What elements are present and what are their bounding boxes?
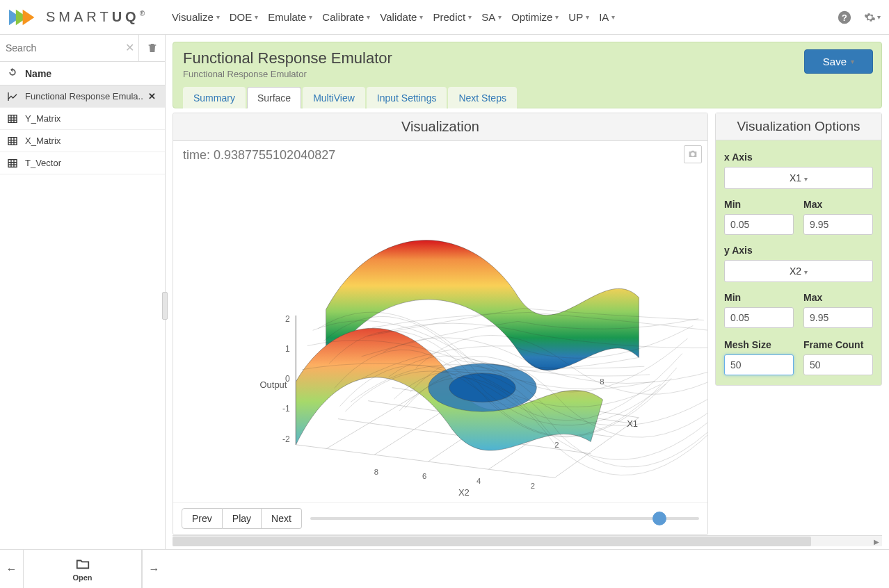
prev-button[interactable]: Prev	[182, 508, 223, 529]
horizontal-scrollbar[interactable]: ▶	[173, 535, 882, 546]
tab-bar: SummarySurfaceMultiViewInput SettingsNex…	[183, 86, 872, 108]
menu-up[interactable]: UP▾	[564, 7, 593, 27]
svg-rect-10	[8, 137, 17, 145]
save-button[interactable]: Save▾	[804, 49, 873, 74]
svg-marker-2	[23, 9, 35, 24]
page-header: Functional Response Emulator Functional …	[173, 42, 882, 108]
svg-text:1: 1	[285, 344, 290, 354]
svg-text:2: 2	[531, 482, 535, 490]
options-title: Visualization Options	[716, 113, 881, 140]
chevron-down-icon: ▾	[498, 13, 502, 21]
delete-button[interactable]	[138, 35, 165, 61]
svg-text:-1: -1	[282, 404, 290, 414]
x-max-label: Max	[803, 199, 873, 210]
app-logo: SMARTUQ®	[8, 8, 148, 27]
footer: ← Open →	[0, 549, 889, 588]
menu-optimize[interactable]: Optimize▾	[507, 7, 563, 27]
x1-axis-label: X1	[627, 418, 638, 429]
chevron-down-icon: ▾	[309, 13, 312, 21]
nav-back-button[interactable]: ←	[0, 550, 24, 588]
sidebar-tree: Functional Response Emula..✕Y_MatrixX_Ma…	[0, 85, 165, 174]
yaxis-select[interactable]: X2 ▾	[724, 260, 873, 282]
tab-input-settings[interactable]: Input Settings	[367, 87, 447, 108]
xaxis-select[interactable]: X1 ▾	[724, 167, 873, 189]
help-icon[interactable]: ?	[836, 9, 853, 26]
x-max-input[interactable]	[803, 214, 873, 235]
time-slider[interactable]	[310, 512, 699, 525]
column-name-header[interactable]: Name	[25, 68, 165, 79]
chevron-down-icon: ▾	[611, 13, 615, 21]
settings-icon[interactable]: ▾	[864, 9, 881, 26]
menu-calibrate[interactable]: Calibrate▾	[318, 7, 374, 27]
x2-axis-label: X2	[458, 487, 470, 498]
chevron-down-icon: ▾	[468, 13, 472, 21]
y-min-label: Min	[724, 292, 794, 303]
mesh-size-label: Mesh Size	[724, 339, 794, 350]
frame-count-input[interactable]	[803, 354, 873, 375]
visualization-title: Visualization	[173, 113, 707, 141]
svg-text:?: ?	[842, 12, 847, 22]
x-min-input[interactable]	[724, 214, 794, 235]
chevron-down-icon: ▾	[851, 58, 854, 65]
frame-count-label: Frame Count	[803, 339, 873, 350]
sidebar-item[interactable]: T_Vector	[0, 152, 165, 174]
chevron-down-icon: ▾	[419, 13, 423, 21]
chevron-down-icon: ▾	[216, 13, 220, 21]
menu-sa[interactable]: SA▾	[477, 7, 506, 27]
grid-icon	[0, 158, 25, 169]
yaxis-label: y Axis	[724, 245, 873, 256]
menu-predict[interactable]: Predict▾	[429, 7, 476, 27]
sidebar-item[interactable]: Y_Matrix	[0, 108, 165, 130]
mesh-size-input[interactable]	[724, 354, 794, 375]
visualization-body[interactable]: time: 0.9387755102040827	[173, 141, 707, 502]
y-max-label: Max	[803, 292, 873, 303]
main-area: Functional Response Emulator Functional …	[166, 35, 889, 549]
tab-next-steps[interactable]: Next Steps	[448, 87, 516, 108]
svg-text:-2: -2	[282, 434, 290, 444]
chevron-down-icon: ▾	[367, 13, 370, 21]
chevron-down-icon: ▾	[586, 13, 589, 21]
z-axis-label: Output	[260, 379, 287, 390]
visualization-panel: Visualization time: 0.9387755102040827	[173, 113, 708, 535]
open-button[interactable]: Open	[24, 550, 142, 588]
svg-text:2: 2	[285, 314, 290, 324]
tab-surface[interactable]: Surface	[247, 87, 301, 108]
search-clear-icon[interactable]: ✕	[125, 41, 134, 54]
folder-icon	[73, 557, 93, 572]
sidebar-item-label: Functional Response Emula..	[25, 91, 148, 101]
sidebar-item[interactable]: Functional Response Emula..✕	[0, 85, 165, 108]
sidebar-header: Name	[0, 62, 165, 85]
logo-icon	[8, 8, 39, 27]
tab-multiview[interactable]: MultiView	[303, 87, 365, 108]
chevron-down-icon: ▾	[555, 13, 559, 21]
svg-rect-5	[8, 115, 17, 122]
menu-visualize[interactable]: Visualize▾	[168, 7, 224, 27]
menu-validate[interactable]: Validate▾	[376, 7, 427, 27]
y-max-input[interactable]	[803, 307, 873, 328]
close-icon[interactable]: ✕	[148, 91, 165, 101]
slider-thumb[interactable]	[652, 512, 666, 525]
menu-ia[interactable]: IA▾	[595, 7, 619, 27]
svg-line-20	[326, 388, 429, 449]
search-input[interactable]	[0, 35, 138, 61]
sidebar-item-label: T_Vector	[25, 158, 165, 168]
options-panel: Visualization Options x Axis X1 ▾ Min Ma…	[715, 113, 882, 386]
topbar: SMARTUQ® Visualize▾DOE▾Emulate▾Calibrate…	[0, 0, 889, 35]
svg-text:4: 4	[476, 477, 481, 485]
page-title: Functional Response Emulator	[183, 49, 872, 67]
sidebar-item[interactable]: X_Matrix	[0, 130, 165, 152]
play-button[interactable]: Play	[223, 508, 262, 529]
refresh-icon[interactable]	[0, 67, 25, 80]
y-min-input[interactable]	[724, 307, 794, 328]
menu-emulate[interactable]: Emulate▾	[264, 7, 317, 27]
menu-doe[interactable]: DOE▾	[225, 7, 263, 27]
nav-forward-button[interactable]: →	[142, 550, 166, 588]
grid-icon	[0, 113, 25, 124]
sidebar-resize-handle[interactable]	[162, 292, 168, 320]
chart-icon	[0, 91, 25, 102]
tab-summary[interactable]: Summary	[183, 87, 246, 108]
playback-controls: Prev Play Next	[173, 502, 707, 534]
svg-rect-15	[8, 159, 17, 167]
xaxis-label: x Axis	[724, 152, 873, 163]
next-button[interactable]: Next	[262, 508, 302, 529]
